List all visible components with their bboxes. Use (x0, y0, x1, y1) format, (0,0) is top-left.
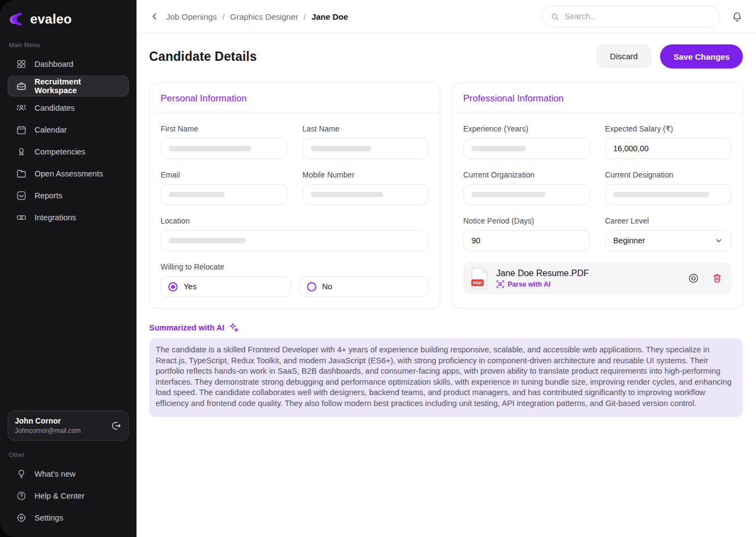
skeleton-placeholder (169, 146, 251, 151)
professional-information-card: Professional Information Experience (Yea… (452, 83, 743, 309)
save-changes-button[interactable]: Save Changes (660, 44, 743, 68)
card-body: First Name Last Name Email (150, 113, 440, 308)
field-experience: Experience (Years) (463, 124, 590, 159)
career-level-label: Career Level (605, 216, 732, 225)
experience-label: Experience (Years) (463, 124, 590, 133)
mobile-number-input[interactable] (303, 184, 429, 205)
breadcrumb-job-openings[interactable]: Job Openings (166, 12, 217, 21)
report-chart-icon (16, 190, 27, 201)
users-icon (16, 102, 27, 113)
sidebar-item-competencies[interactable]: Competencies (8, 141, 129, 162)
notifications-button[interactable] (731, 11, 743, 22)
current-organization-input[interactable] (463, 184, 590, 205)
sidebar-item-candidates[interactable]: Candidates (8, 98, 129, 118)
relocate-yes-option[interactable]: Yes (161, 276, 291, 297)
main-nav: Dashboard Recruitment Workspace (8, 54, 129, 228)
parse-icon (496, 280, 504, 288)
logout-icon (111, 420, 122, 431)
breadcrumb-back-button[interactable] (150, 12, 160, 21)
sidebar-item-calendar[interactable]: Calendar (8, 119, 129, 140)
radio-selected-icon (168, 282, 178, 292)
last-name-input[interactable] (303, 138, 429, 159)
discard-button[interactable]: Discard (596, 44, 652, 68)
main-menu-label: Main Menu (9, 42, 128, 48)
skeleton-placeholder (169, 238, 246, 243)
skeleton-placeholder (471, 192, 545, 197)
sidebar-item-settings[interactable]: Settings (8, 507, 129, 528)
skeleton-placeholder (471, 146, 526, 151)
file-meta: Jane Doe Resume.PDF Parse with AI (496, 268, 589, 288)
sidebar-item-label: Dashboard (35, 60, 73, 68)
notice-period-label: Notice Period (Days) (463, 216, 590, 225)
sidebar-item-label: Candidates (35, 104, 75, 112)
notice-period-value: 90 (471, 236, 480, 245)
skeleton-placeholder (613, 192, 709, 197)
pdf-file-icon: PDF (471, 267, 489, 290)
experience-input[interactable] (463, 138, 590, 159)
help-icon (16, 490, 27, 501)
radio-unselected-icon (307, 282, 316, 292)
current-organization-label: Current Organization (463, 170, 590, 179)
sidebar-item-label: Recruitment Workspace (35, 77, 122, 95)
parse-with-ai-button[interactable]: Parse with AI (496, 280, 589, 288)
card-header: Professional Information (452, 83, 742, 113)
email-input[interactable] (161, 184, 287, 205)
skeleton-placeholder (311, 146, 371, 151)
page-title: Candidate Details (149, 49, 257, 64)
user-card[interactable]: John Cornor Johncornor@mail.com (8, 410, 129, 441)
summary-header: Summarized with AI (149, 323, 743, 333)
chevron-left-icon (150, 12, 160, 21)
gear-icon (16, 512, 27, 523)
sidebar-item-integrations[interactable]: Integrations (8, 207, 129, 228)
first-name-input[interactable] (161, 138, 287, 159)
preview-icon (687, 272, 700, 284)
sidebar-item-label: Integrations (35, 213, 76, 222)
app-root: evaleo Main Menu Dashboard (0, 0, 756, 537)
sidebar-item-label: Competencies (35, 147, 86, 156)
sidebar-item-label: Calendar (35, 125, 67, 134)
sidebar-item-reports[interactable]: Reports (8, 185, 129, 206)
brand-name: evaleo (30, 12, 72, 27)
field-email: Email (161, 170, 287, 205)
personal-information-card: Personal Information First Name Last Nam… (149, 83, 440, 309)
career-level-select[interactable]: Beginner (605, 230, 732, 251)
relocate-no-option[interactable]: No (299, 276, 429, 297)
sidebar-item-dashboard[interactable]: Dashboard (8, 54, 129, 75)
award-icon (16, 146, 27, 157)
breadcrumb-graphics-designer[interactable]: Graphics Designer (230, 12, 298, 21)
ai-summary-text: The candidate is a skilled Frontend Deve… (156, 345, 732, 409)
summary-title: Summarized with AI (149, 323, 224, 332)
field-first-name: First Name (161, 124, 287, 159)
last-name-label: Last Name (303, 124, 429, 133)
notice-period-input[interactable]: 90 (463, 230, 590, 251)
card-title: Personal Information (161, 93, 247, 104)
content: Candidate Details Discard Save Changes P… (137, 33, 756, 417)
delete-resume-button[interactable] (712, 273, 723, 284)
logout-button[interactable] (111, 420, 122, 431)
sidebar-item-recruitment-workspace[interactable]: Recruitment Workspace (8, 76, 129, 96)
calendar-icon (16, 124, 27, 135)
user-info: John Cornor Johncornor@mail.com (15, 416, 81, 435)
svg-text:PDF: PDF (473, 281, 482, 285)
breadcrumb-separator: / (304, 12, 306, 21)
sidebar-item-open-assessments[interactable]: Open Assessments (8, 163, 129, 184)
location-input[interactable] (161, 230, 429, 251)
search-input[interactable] (565, 12, 712, 21)
sparkles-icon (229, 323, 239, 333)
breadcrumb-separator: / (223, 12, 225, 21)
bulb-icon (16, 469, 27, 479)
search-box[interactable] (542, 5, 720, 27)
preview-resume-button[interactable] (687, 272, 700, 284)
relocate-no-label: No (322, 282, 333, 291)
expected-salary-value: 16,000,00 (613, 144, 649, 153)
field-notice-period: Notice Period (Days) 90 (463, 216, 590, 251)
resume-file-row: PDF Jane Doe Resume.PDF (463, 262, 731, 294)
expected-salary-input[interactable]: 16,000,00 (605, 138, 732, 159)
breadcrumb-current: Jane Doe (311, 12, 348, 21)
sidebar-item-whats-new[interactable]: What’s new (8, 464, 129, 484)
email-label: Email (161, 170, 287, 179)
file-actions (687, 272, 723, 284)
sidebar-item-help-center[interactable]: Help & Center (8, 485, 129, 506)
current-designation-input[interactable] (605, 184, 732, 205)
field-current-designation: Current Designation (605, 170, 732, 205)
